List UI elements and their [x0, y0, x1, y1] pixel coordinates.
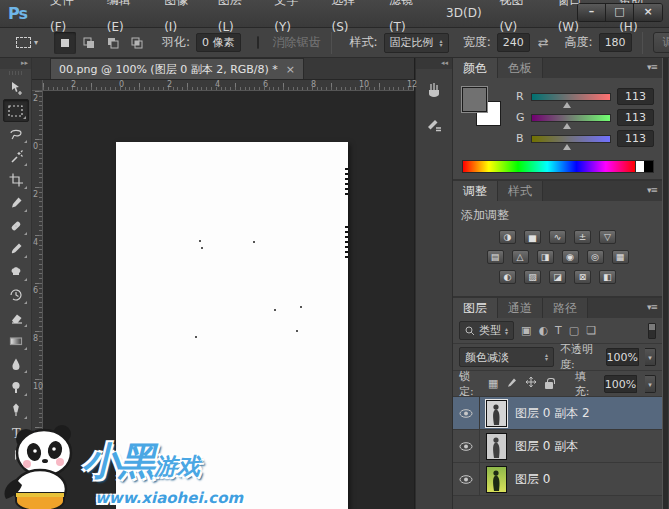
filter-pixel-layers-icon[interactable]: ▣	[521, 324, 531, 337]
blur-tool[interactable]	[3, 352, 29, 375]
lasso-tool[interactable]	[3, 122, 29, 145]
filter-adjustment-layers-icon[interactable]: ◐	[538, 324, 548, 337]
history-brush-tool[interactable]	[3, 283, 29, 306]
selective-color-icon[interactable]: ⊠	[574, 270, 591, 284]
menu-edit[interactable]: 编辑(E)	[98, 0, 155, 41]
lock-position-icon[interactable]	[525, 376, 537, 391]
blend-mode-select[interactable]: 颜色减淡 ▴▾	[459, 347, 554, 367]
filter-toggle-switch[interactable]	[648, 323, 656, 339]
minimize-button[interactable]: –	[578, 4, 606, 21]
fill-value-field[interactable]: 100%	[604, 375, 637, 393]
opacity-value-field[interactable]: 100%	[606, 348, 639, 366]
green-slider[interactable]	[531, 114, 611, 122]
rectangular-marquee-tool[interactable]	[3, 99, 29, 122]
horizontal-ruler[interactable]: 2 0 2 4 6 8 10 12	[43, 80, 414, 91]
tools-grip[interactable]	[9, 71, 23, 75]
color-balance-icon[interactable]: △	[512, 250, 529, 264]
brightness-contrast-icon[interactable]: ◑	[499, 230, 516, 244]
lock-pixels-icon[interactable]	[506, 377, 517, 391]
levels-icon[interactable]: ▅	[524, 230, 541, 244]
eraser-tool[interactable]	[3, 306, 29, 329]
clone-source-panel-icon[interactable]	[421, 111, 447, 137]
black-swatch[interactable]	[644, 161, 653, 172]
menu-filter[interactable]: 滤镜(T)	[380, 0, 437, 41]
threshold-icon[interactable]: ◪	[549, 270, 566, 284]
close-button[interactable]: ×	[634, 4, 662, 21]
curves-icon[interactable]: ∿	[549, 230, 566, 244]
menu-select[interactable]: 选择(S)	[322, 0, 379, 41]
tools-collapse-icon[interactable]: ▸▸	[0, 58, 31, 69]
crop-tool[interactable]	[3, 168, 29, 191]
white-swatch[interactable]	[635, 161, 644, 172]
panel-menu-icon[interactable]: ▾≡	[647, 62, 657, 72]
vertical-ruler[interactable]: 2 0 2 4 6 8 10 12	[32, 91, 43, 509]
gradient-map-icon[interactable]: ◧	[599, 270, 616, 284]
channel-mixer-icon[interactable]: ◎	[587, 250, 604, 264]
tab-adjustments[interactable]: 调整	[453, 181, 498, 201]
vibrance-icon[interactable]: ▽	[599, 230, 616, 244]
brush-tool[interactable]	[3, 237, 29, 260]
photo-filter-icon[interactable]: ◉	[562, 250, 579, 264]
panel-menu-icon[interactable]: ▾≡	[647, 185, 657, 195]
menu-file[interactable]: 文件(F)	[41, 0, 98, 41]
color-spectrum-ramp[interactable]	[462, 160, 654, 173]
tab-channels[interactable]: 通道	[498, 298, 543, 318]
panel-menu-icon[interactable]: ▾≡	[647, 302, 657, 312]
color-lookup-icon[interactable]: ▦	[612, 250, 629, 264]
maximize-button[interactable]: □	[606, 4, 634, 21]
hue-saturation-icon[interactable]: ▤	[487, 250, 504, 264]
gradient-tool[interactable]	[3, 329, 29, 352]
visibility-toggle[interactable]	[453, 397, 480, 429]
layer-thumbnail[interactable]	[486, 433, 507, 460]
foreground-color-swatch[interactable]	[462, 87, 487, 112]
menu-3d[interactable]: 3D(D)	[437, 0, 490, 27]
green-value-field[interactable]: 113	[617, 109, 654, 126]
opacity-dropdown-icon[interactable]: ▾	[645, 348, 656, 366]
lock-transparency-icon[interactable]: ▦	[488, 377, 498, 390]
posterize-icon[interactable]: ▨	[524, 270, 541, 284]
layer-thumbnail[interactable]	[486, 466, 507, 493]
visibility-toggle[interactable]	[453, 430, 480, 462]
invert-icon[interactable]: ◐	[499, 270, 516, 284]
document-canvas[interactable]	[116, 142, 348, 509]
menu-image[interactable]: 图像(I)	[155, 0, 209, 41]
slider-thumb[interactable]	[563, 102, 571, 108]
slider-thumb[interactable]	[563, 144, 571, 150]
layer-row-0[interactable]: 图层 0	[453, 463, 662, 496]
exposure-icon[interactable]: ±	[574, 230, 591, 244]
pen-tool[interactable]	[3, 398, 29, 421]
red-slider[interactable]	[531, 93, 611, 101]
move-tool[interactable]	[3, 76, 29, 99]
brush-presets-panel-icon[interactable]	[421, 77, 447, 103]
menu-view[interactable]: 视图(V)	[491, 0, 549, 41]
fill-dropdown-icon[interactable]: ▾	[645, 375, 656, 393]
dock-collapse-icon[interactable]: ◂◂	[416, 58, 452, 69]
tab-styles[interactable]: 样式	[498, 181, 543, 201]
quick-selection-tool[interactable]	[3, 145, 29, 168]
filter-shape-layers-icon[interactable]: ▢	[569, 324, 579, 337]
layer-thumbnail[interactable]	[486, 400, 507, 427]
eyedropper-tool[interactable]	[3, 191, 29, 214]
menu-type[interactable]: 文字(Y)	[265, 0, 322, 41]
tab-layers[interactable]: 图层	[453, 298, 498, 318]
tab-swatches[interactable]: 色板	[498, 58, 543, 78]
lock-all-icon[interactable]	[545, 382, 552, 389]
menu-layer[interactable]: 图层(L)	[209, 0, 266, 41]
rainbow-ramp[interactable]	[463, 161, 635, 172]
black-white-icon[interactable]: ◨	[537, 250, 554, 264]
layer-row-copy[interactable]: 图层 0 副本	[453, 430, 662, 463]
filter-type-layers-icon[interactable]: T	[555, 324, 562, 337]
spot-healing-brush-tool[interactable]	[3, 214, 29, 237]
document-tab[interactable]: 00.png @ 100% (图层 0 副本 2, RGB/8) * ×	[50, 58, 304, 79]
blue-slider[interactable]	[531, 135, 611, 143]
ruler-corner[interactable]	[32, 80, 43, 91]
tool-preset-picker[interactable]: ▾	[12, 35, 42, 50]
visibility-toggle[interactable]	[453, 463, 480, 495]
canvas-viewport[interactable]	[43, 91, 414, 509]
blue-value-field[interactable]: 113	[617, 130, 654, 147]
layer-filter-type-select[interactable]: 类型 ▴▾	[459, 321, 514, 340]
dodge-tool[interactable]	[3, 375, 29, 398]
slider-thumb[interactable]	[563, 123, 571, 129]
tab-close-icon[interactable]: ×	[286, 63, 295, 76]
horizontal-type-tool[interactable]: T	[3, 421, 29, 444]
